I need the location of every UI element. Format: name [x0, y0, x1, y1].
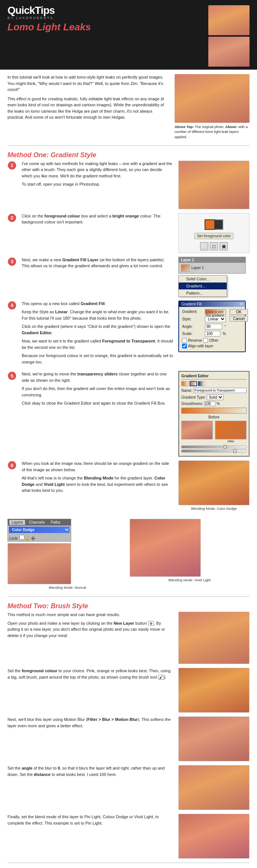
brush-s4-photo: [178, 765, 250, 810]
step-6-image: Blending Mode: Color Dodge: [178, 460, 250, 511]
angle-field-row: Angle: °: [182, 324, 226, 329]
blend-mode-dropdown[interactable]: Color Dodge: [9, 527, 70, 533]
brush-s1-p1: This method is much more simple and can …: [7, 612, 173, 618]
step-3-num: 3: [10, 259, 13, 264]
scale-input[interactable]: [205, 331, 220, 336]
method-one-label: Method One:: [7, 151, 49, 159]
step-5-p2: If you don't do this, then the gradient …: [22, 386, 173, 398]
header-photo-top: [208, 5, 250, 35]
ok-button[interactable]: OK: [230, 309, 248, 315]
brush-step-4-row: Set the angle of the blur to 0, so that …: [7, 765, 250, 810]
layer-thumbnail: [181, 264, 190, 272]
slider-track-1[interactable]: [181, 445, 247, 448]
step-1-p2: To start off, open your image in Photosh…: [22, 181, 173, 188]
reverse-checkbox[interactable]: [182, 338, 187, 343]
align-checkbox[interactable]: [182, 344, 187, 348]
brush-s1-photo: [178, 612, 250, 664]
lock-checkbox[interactable]: [19, 535, 24, 540]
smoothness-input[interactable]: [204, 401, 215, 406]
step-5-circle: 5: [8, 372, 16, 380]
brush-step-2-row: Set the foreground colour to your choice…: [7, 668, 250, 713]
tool-icon-2[interactable]: ◻: [210, 242, 218, 250]
menu-gradient[interactable]: Gradient...: [179, 283, 227, 290]
brush-s3-photo: [178, 716, 250, 761]
gradient-type-label: Gradient Type:: [181, 395, 206, 399]
step-2-circle: 2: [8, 214, 16, 222]
slider-thumb-1[interactable]: [224, 445, 227, 449]
gradient-name-input[interactable]: [194, 388, 247, 393]
channels-tab[interactable]: Channels: [27, 520, 47, 525]
page-title: Lomo Light Leaks: [7, 21, 201, 33]
intro-p2: This effect is good for creating realist…: [7, 96, 169, 121]
step-1-circle: 1: [8, 161, 16, 170]
header-photo-bottom: [208, 37, 250, 67]
dialog-main-content: Gradient: Click to edit the gradient Sty…: [182, 309, 242, 348]
before-item: [181, 421, 213, 443]
step-1-screenshot: [178, 161, 250, 209]
brush-s5-photo: [178, 814, 250, 859]
smoothness-label: Smoothness:: [181, 402, 203, 406]
method-one-heading: Method One: Gradient Style: [0, 149, 257, 161]
step-3-number-col: 3: [7, 257, 16, 266]
align-label: Align with layer: [188, 344, 213, 348]
preset-2-selected[interactable]: [190, 381, 197, 386]
gradient-click-label: Click to edit the gradient: [206, 310, 226, 317]
tool-icon-1[interactable]: ⬜: [200, 242, 208, 250]
step-1-number-col: 1: [7, 161, 16, 170]
layer-name: Layer 1: [191, 266, 204, 270]
other-checkbox[interactable]: [203, 338, 208, 343]
brush-step-5-row: Finally, set the blend mode of this laye…: [7, 814, 250, 859]
cancel-button[interactable]: Cancel: [230, 316, 248, 322]
step-5-num: 5: [10, 373, 13, 379]
tool-icon-3[interactable]: ▣: [220, 242, 228, 250]
preset-1[interactable]: [181, 381, 189, 386]
step-5-p1: Next, we're going to move the transparen…: [22, 371, 173, 383]
paths-tab[interactable]: Paths: [48, 520, 63, 525]
step-2-number-col: 2: [7, 213, 16, 222]
step-3-image: Layer 1 Layer 1 Solid Color... Gradient.…: [178, 257, 250, 297]
slider-thumb-2[interactable]: [233, 449, 236, 453]
percent-symbol: %: [223, 332, 226, 336]
brush-step-1-row: This method is much more simple and can …: [7, 612, 250, 664]
brush-step-3-row: Next, we'll blur this layer using Motion…: [7, 716, 250, 761]
vivid-photo: [130, 519, 201, 577]
gradient-editor: Gradient Editor Name: Gradient Type: Sol…: [178, 371, 250, 457]
menu-solid[interactable]: Solid Color...: [179, 275, 227, 283]
gradient-type-row: Gradient Type: Solid: [181, 395, 247, 400]
normal-col: Layers Channels Paths Color Dodge Lock: …: [7, 519, 127, 590]
step-6-right: Blending Mode: Color Dodge: [178, 460, 250, 511]
degree-symbol: °: [224, 325, 226, 329]
normal-photo: [7, 543, 71, 584]
layers-tab[interactable]: Layers: [9, 520, 25, 525]
dialog-close-btn[interactable]: ✕: [240, 302, 243, 306]
step-6-row: 6 When you look at the image now, there …: [7, 460, 250, 511]
gradient-preview-bar[interactable]: Click to edit the gradient: [205, 309, 226, 314]
above-caption-text: The original photo.: [194, 125, 226, 129]
before-label: Before: [181, 415, 247, 419]
vivid-caption: Blending Mode: Vivid Light: [130, 578, 250, 582]
other-label: Other: [209, 338, 218, 342]
header-images: [208, 5, 250, 67]
before-after-row: After: [181, 421, 247, 443]
brand-name: QuickTips: [7, 4, 55, 16]
dialog-title-text: Gradient Fill: [181, 302, 202, 306]
gradient-type-select[interactable]: Solid: [207, 395, 224, 400]
brush-step-3-image: [178, 716, 250, 761]
step-6-num: 6: [10, 463, 13, 468]
brush-step-2-image: [178, 668, 250, 713]
name-label: Name:: [181, 389, 192, 393]
angle-input[interactable]: [205, 324, 222, 329]
gradient-editor-title: Gradient Editor: [181, 374, 247, 380]
foreground-swatch[interactable]: [205, 219, 215, 230]
preset-3[interactable]: [198, 381, 205, 386]
page-wrapper: QuickTips BY LUKEROBERTS Lomo Light Leak…: [0, 0, 257, 868]
steps-container: 1 I've come up with two methods for maki…: [0, 161, 257, 511]
slider-track-2[interactable]: [181, 450, 247, 453]
brand-by: BY LUKEROBERTS: [7, 16, 201, 20]
brush-step-5-image: [178, 814, 250, 859]
vivid-col: Blending Mode: Vivid Light: [130, 519, 250, 590]
lock-row: Lock: 🔒 ➕: [8, 534, 71, 541]
step-4-p5: Because our foreground colour is set to …: [22, 353, 173, 365]
menu-pattern[interactable]: Pattern...: [179, 290, 227, 296]
brush-s3-p1: Next, we'll blur this layer using Motion…: [7, 716, 173, 729]
